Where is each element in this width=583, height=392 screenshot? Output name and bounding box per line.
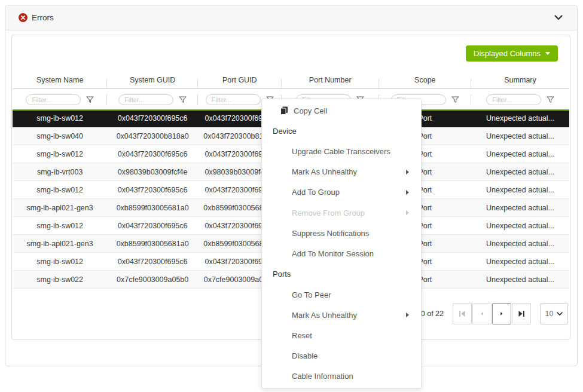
cell-summary: Unexpected actual...	[471, 240, 569, 248]
cell-system-guid: 0x043f720300b818a0	[107, 132, 198, 140]
menu-item-label: Remove From Group	[292, 209, 365, 218]
last-page-icon	[517, 310, 526, 317]
menu-item-label: Mark As Unhealthy	[292, 311, 357, 320]
last-page-button[interactable]	[512, 303, 531, 324]
cell-system-guid: 0x043f720300f695c6	[107, 150, 198, 158]
pagination-buttons	[453, 303, 532, 324]
menu-item-label: Reset	[292, 331, 312, 340]
menu-item-remove-from-group: Remove From Group	[262, 203, 421, 223]
cell-summary: Unexpected actual...	[471, 114, 569, 122]
select-chevron-icon	[557, 312, 563, 316]
displayed-columns-button[interactable]: Displayed Columns	[466, 45, 558, 62]
cell-system-name: smg-ib-sw022	[13, 275, 107, 284]
filter-input-system-name[interactable]	[26, 94, 81, 105]
filter-funnel-icon[interactable]	[451, 96, 459, 103]
menu-item-label: Suppress Notifications	[292, 229, 369, 238]
cell-system-name: smg-ib-sw012	[13, 186, 107, 194]
first-page-button	[453, 303, 472, 324]
submenu-arrow-icon	[406, 210, 409, 215]
menu-item-reset[interactable]: Reset	[262, 325, 421, 345]
cell-system-name: smg-ib-sw012	[13, 150, 107, 158]
cell-system-guid: 0x043f720300f695c6	[107, 114, 198, 122]
cell-system-guid: 0x043f720300f695c6	[107, 258, 198, 266]
displayed-columns-label: Displayed Columns	[474, 49, 541, 58]
cell-system-name: smg-ib-sw012	[13, 114, 107, 122]
caret-down-icon	[545, 52, 550, 55]
cell-summary: Unexpected actual...	[471, 222, 569, 230]
next-page-icon	[497, 310, 506, 317]
page-size-value: 10	[545, 310, 554, 318]
filter-funnel-icon[interactable]	[547, 96, 554, 103]
cell-system-guid: 0x043f720300f695c6	[107, 186, 198, 194]
menu-item-label: Mark As Unhealthy	[292, 167, 357, 176]
errors-panel-header: Errors	[5, 5, 577, 30]
column-header-system-name[interactable]: System Name	[13, 76, 107, 84]
cell-summary: Unexpected actual...	[471, 275, 569, 284]
column-header-summary[interactable]: Summary	[471, 76, 569, 84]
filter-input-system-guid[interactable]	[118, 94, 173, 105]
cell-system-guid: 0xb8599f03005681a0	[107, 240, 198, 248]
panel-title: Errors	[32, 13, 54, 22]
prev-page-icon	[477, 310, 487, 317]
cell-system-name: smg-ib-sw012	[13, 258, 107, 266]
next-page-button[interactable]	[492, 303, 511, 324]
cell-system-name: smg-ib-apl021-gen3	[13, 204, 107, 212]
filter-funnel-icon[interactable]	[86, 96, 94, 103]
filter-cell-system-name	[13, 90, 107, 109]
column-header-port-number[interactable]: Port Number	[282, 76, 379, 84]
column-header-port-guid[interactable]: Port GUID	[198, 76, 282, 84]
context-menu: Copy CellDeviceUpgrade Cable Transceiver…	[261, 99, 422, 388]
menu-item-add-to-monitor-session[interactable]: Add To Monitor Session	[262, 244, 421, 264]
menu-item-label: Copy Cell	[294, 106, 327, 115]
filter-cell-summary	[471, 90, 569, 109]
cell-system-guid: 0xb8599f03005681a0	[107, 204, 198, 212]
menu-item-suppress-notifications[interactable]: Suppress Notifications	[262, 223, 421, 243]
filter-funnel-icon[interactable]	[179, 96, 187, 103]
cell-system-guid: 0x98039b03009fcf4e	[107, 168, 198, 176]
cell-system-name: smg-ib-apl021-gen3	[13, 240, 107, 248]
copy-icon	[280, 106, 288, 115]
cell-summary: Unexpected actual...	[471, 132, 569, 140]
menu-item-upgrade-cable-transceivers[interactable]: Upgrade Cable Transceivers	[262, 141, 421, 161]
menu-item-label: Add To Group	[292, 188, 340, 197]
cell-system-name: smg-ib-sw012	[13, 222, 107, 230]
submenu-arrow-icon	[406, 170, 409, 174]
menu-item-copy-cell[interactable]: Copy Cell	[262, 100, 421, 121]
cell-summary: Unexpected actual...	[471, 150, 569, 158]
first-page-icon	[457, 310, 467, 317]
menu-item-add-to-group[interactable]: Add To Group	[262, 182, 421, 203]
menu-item-label: Ports	[273, 270, 291, 278]
column-header-system-guid[interactable]: System GUID	[107, 76, 198, 84]
menu-item-go-to-peer[interactable]: Go To Peer	[262, 284, 421, 305]
error-circle-icon	[19, 13, 28, 22]
menu-item-label: Cable Information	[292, 372, 353, 381]
cell-system-guid: 0x043f720300f695c6	[107, 222, 198, 230]
submenu-arrow-icon	[406, 190, 409, 195]
menu-item-label: Upgrade Cable Transceivers	[292, 147, 390, 156]
cell-system-guid: 0x7cfe9003009a05b0	[107, 275, 198, 284]
collapse-chevron-icon[interactable]	[553, 14, 564, 22]
pagination: 10 of 22 10	[417, 303, 568, 324]
filter-input-summary[interactable]	[486, 94, 541, 105]
menu-item-mark-as-unhealthy[interactable]: Mark As Unhealthy	[262, 162, 421, 182]
cell-summary: Unexpected actual...	[471, 204, 569, 212]
menu-item-label: Add To Monitor Session	[292, 249, 374, 258]
column-header-scope[interactable]: Scope	[379, 76, 472, 84]
menu-item-label: Device	[273, 127, 297, 136]
cell-summary: Unexpected actual...	[471, 258, 569, 266]
menu-section-device: Device	[262, 121, 421, 141]
cell-summary: Unexpected actual...	[471, 186, 569, 194]
menu-item-label: Disable	[292, 351, 318, 360]
menu-item-label: Go To Peer	[292, 290, 331, 299]
page-size-select[interactable]: 10	[540, 303, 568, 324]
filter-input-port-guid[interactable]	[206, 94, 261, 105]
cell-system-name: smg-ib-vrt003	[13, 168, 107, 176]
menu-item-disable[interactable]: Disable	[262, 346, 421, 366]
cell-summary: Unexpected actual...	[471, 168, 569, 176]
menu-section-ports: Ports	[262, 264, 421, 284]
menu-item-cable-information[interactable]: Cable Information	[262, 366, 421, 387]
cell-system-name: smg-ib-sw040	[13, 132, 107, 140]
table-header-row: System NameSystem GUIDPort GUIDPort Numb…	[13, 71, 569, 89]
menu-item-mark-as-unhealthy[interactable]: Mark As Unhealthy	[262, 305, 421, 325]
prev-page-button	[472, 303, 492, 324]
